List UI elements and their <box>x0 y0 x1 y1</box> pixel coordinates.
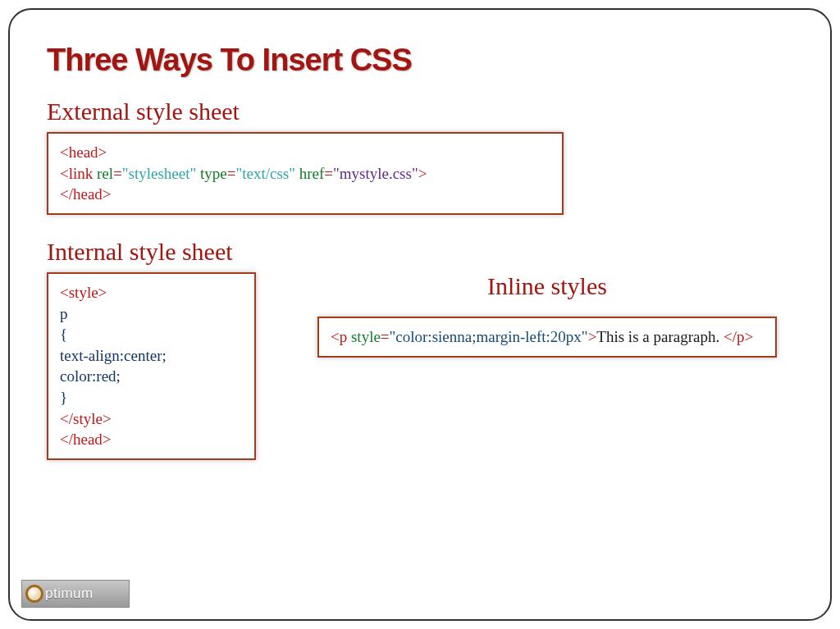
attr-name: type <box>200 165 227 182</box>
logo: ptimum <box>21 580 130 608</box>
code-line: <link rel="stylesheet" type="text/css" h… <box>60 163 550 185</box>
attr-value: "text/css" <box>235 165 295 182</box>
tag-open: <link <box>60 165 97 182</box>
tag-open: <p <box>331 328 351 345</box>
attr-value: "stylesheet" <box>122 165 196 182</box>
attr-name: rel <box>97 165 113 182</box>
external-heading: External style sheet <box>47 98 793 125</box>
attr-value: "color:sienna;margin-left:20px" <box>390 328 588 345</box>
attr-name: href <box>299 165 325 182</box>
inline-heading: Inline styles <box>317 272 777 300</box>
equals: = <box>227 165 236 182</box>
equals: = <box>381 328 390 345</box>
code-line: p <box>60 303 243 325</box>
logo-text: ptimum <box>45 586 94 602</box>
logo-ring-icon <box>25 585 43 603</box>
slide-title: Three Ways To Insert CSS <box>47 43 793 78</box>
tag-close: > <box>588 328 597 345</box>
slide-frame: Three Ways To Insert CSS External style … <box>8 8 832 621</box>
internal-column: <style> p { text-align:center; color:red… <box>47 272 260 460</box>
attr-name: style <box>351 328 381 345</box>
tag-close: > <box>418 165 427 182</box>
text-content: This is a paragraph. <box>596 328 724 345</box>
internal-heading: Internal style sheet <box>47 238 793 266</box>
code-line: text-align:center; <box>60 345 243 367</box>
code-line: </style> <box>60 408 243 430</box>
attr-value: "mystyle.css" <box>333 165 418 182</box>
code-line: { <box>60 324 243 345</box>
code-line: } <box>60 387 243 408</box>
equals: = <box>324 165 333 182</box>
lower-row: <style> p { text-align:center; color:red… <box>47 272 793 460</box>
code-line: </head> <box>60 429 243 450</box>
inline-column: Inline styles <p style="color:sienna;mar… <box>317 272 793 358</box>
internal-code-box: <style> p { text-align:center; color:red… <box>47 272 256 460</box>
code-line: color:red; <box>60 366 243 387</box>
code-line: <head> <box>60 142 550 163</box>
equals: = <box>113 165 122 182</box>
tag-end: </p> <box>724 328 753 345</box>
external-code-box: <head> <link rel="stylesheet" type="text… <box>47 132 564 215</box>
code-line: </head> <box>60 184 550 205</box>
inline-code-box: <p style="color:sienna;margin-left:20px"… <box>317 317 777 358</box>
code-line: <style> <box>60 282 243 303</box>
